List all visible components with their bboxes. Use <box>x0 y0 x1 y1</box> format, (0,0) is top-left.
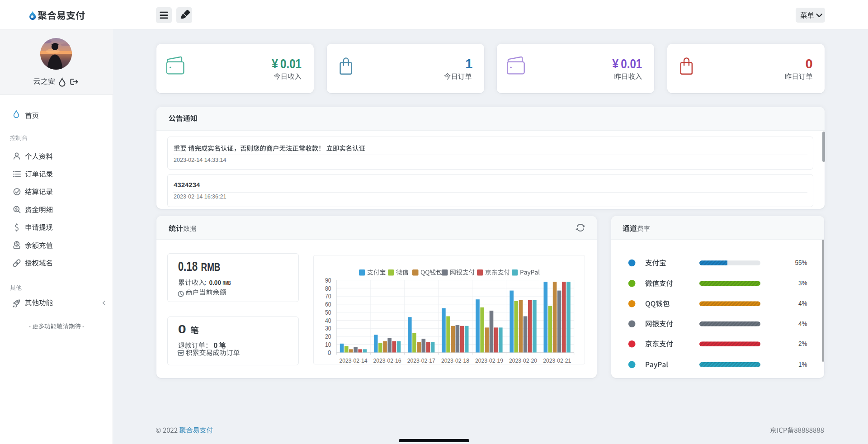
svg-text:4%: 4% <box>798 299 807 307</box>
svg-text:RMB: RMB <box>223 280 231 286</box>
svg-text:RMB: RMB <box>201 261 221 273</box>
svg-text:0: 0 <box>178 323 186 335</box>
svg-text:0.18: 0.18 <box>178 259 198 274</box>
svg-text:50: 50 <box>325 309 331 316</box>
svg-text:90: 90 <box>325 277 331 284</box>
svg-text:2%: 2% <box>798 340 807 347</box>
svg-text:3%: 3% <box>798 279 807 287</box>
svg-text:70: 70 <box>325 293 331 300</box>
svg-text:0.01: 0.01 <box>280 57 302 71</box>
svg-text:2023-02-18: 2023-02-18 <box>441 357 469 364</box>
svg-text:2023-02-21: 2023-02-21 <box>543 357 571 364</box>
svg-text:2023-02-19: 2023-02-19 <box>475 357 503 364</box>
svg-text:2023-02-17: 2023-02-17 <box>407 357 435 364</box>
svg-text:0.00: 0.00 <box>209 279 222 286</box>
svg-text:40: 40 <box>325 317 331 324</box>
svg-text:2023-02-16: 2023-02-16 <box>373 357 401 364</box>
svg-text:¥: ¥ <box>272 57 278 71</box>
svg-text:60: 60 <box>325 301 331 308</box>
svg-text:2023-02-14 14:33:14: 2023-02-14 14:33:14 <box>174 156 226 163</box>
svg-text:1%: 1% <box>798 360 807 368</box>
svg-text:80: 80 <box>325 285 331 292</box>
svg-text:20: 20 <box>325 333 331 340</box>
svg-text:10: 10 <box>325 341 331 348</box>
svg-text:2023-02-20: 2023-02-20 <box>509 357 537 364</box>
svg-text:2023-02-14 16:36:21: 2023-02-14 16:36:21 <box>174 193 226 200</box>
svg-text:4324234: 4324234 <box>174 181 200 189</box>
svg-text:0.01: 0.01 <box>621 57 642 71</box>
svg-text:55%: 55% <box>795 259 807 266</box>
svg-text:0: 0 <box>328 349 331 356</box>
svg-text:¥: ¥ <box>612 57 618 71</box>
svg-text:30: 30 <box>325 325 331 332</box>
svg-text:0: 0 <box>805 57 812 71</box>
svg-text:4%: 4% <box>798 320 807 327</box>
svg-text:2023-02-14: 2023-02-14 <box>340 357 368 364</box>
svg-text:1: 1 <box>465 57 472 71</box>
